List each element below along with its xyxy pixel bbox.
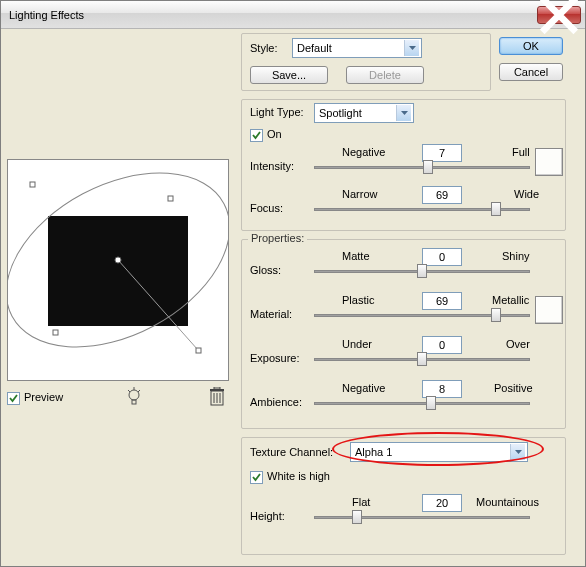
svg-rect-5 [168,196,173,201]
checkbox-icon [250,471,263,484]
material-value[interactable]: 69 [422,292,462,310]
close-button[interactable] [537,6,581,24]
light-type-label: Light Type: [250,106,304,118]
material-thumb[interactable] [491,308,501,322]
chevron-down-icon [396,105,411,121]
ambient-color-swatch[interactable] [535,296,563,324]
on-checkbox[interactable]: On [250,128,282,142]
light-gizmo[interactable] [8,160,229,381]
ambience-label: Ambience: [250,396,302,408]
svg-line-9 [128,390,130,392]
chevron-down-icon [510,444,525,460]
style-label: Style: [250,42,278,54]
properties-label: Properties: [248,232,307,244]
height-left: Flat [352,496,370,508]
intensity-label: Intensity: [250,160,294,172]
preview-label: Preview [24,391,63,403]
style-value: Default [297,42,332,54]
white-is-high-checkbox[interactable]: White is high [250,470,330,484]
chevron-down-icon [404,40,419,56]
lighting-effects-dialog: Lighting Effects Style: Default Save... … [0,0,586,567]
exposure-left: Under [342,338,372,350]
material-right: Metallic [492,294,529,306]
height-value[interactable]: 20 [422,494,462,512]
focus-right: Wide [514,188,539,200]
exposure-right: Over [506,338,530,350]
window-title: Lighting Effects [9,9,537,21]
height-thumb[interactable] [352,510,362,524]
exposure-value[interactable]: 0 [422,336,462,354]
cancel-button[interactable]: Cancel [499,63,563,81]
ambience-thumb[interactable] [426,396,436,410]
svg-point-7 [129,390,139,400]
ambience-right: Positive [494,382,533,394]
material-label: Material: [250,308,292,320]
properties-group: Properties: Gloss: Matte 0 Shiny Materia… [241,239,566,429]
svg-rect-11 [132,400,136,404]
preview-checkbox[interactable]: Preview [7,391,63,405]
svg-rect-4 [53,330,58,335]
style-dropdown[interactable]: Default [292,38,422,58]
ok-button[interactable]: OK [499,37,563,55]
svg-rect-17 [214,387,220,389]
white-is-high-label: White is high [267,470,330,482]
exposure-thumb[interactable] [417,352,427,366]
save-button[interactable]: Save... [250,66,328,84]
ambience-slider[interactable] [314,402,530,405]
gloss-value[interactable]: 0 [422,248,462,266]
focus-label: Focus: [250,202,283,214]
exposure-label: Exposure: [250,352,300,364]
on-label: On [267,128,282,140]
texture-group: Texture Channel: Alpha 1 White is high H… [241,437,566,555]
gloss-thumb[interactable] [417,264,427,278]
texture-label: Texture Channel: [250,446,333,458]
lightbulb-icon[interactable] [125,387,143,409]
light-color-swatch[interactable] [535,148,563,176]
light-type-value: Spotlight [319,107,362,119]
focus-value[interactable]: 69 [422,186,462,204]
style-group: Style: Default Save... Delete [241,33,491,91]
height-right: Mountainous [476,496,539,508]
gloss-right: Shiny [502,250,530,262]
height-label: Height: [250,510,285,522]
svg-line-10 [138,390,140,392]
preview-area: Preview [7,159,232,439]
svg-rect-3 [30,182,35,187]
texture-value: Alpha 1 [355,446,392,458]
light-type-group: Light Type: Spotlight On Intensity: Nega… [241,99,566,231]
intensity-right: Full [512,146,530,158]
material-left: Plastic [342,294,374,306]
gloss-left: Matte [342,250,370,262]
titlebar[interactable]: Lighting Effects [1,1,585,29]
texture-dropdown[interactable]: Alpha 1 [350,442,528,462]
height-slider[interactable] [314,516,530,519]
svg-rect-6 [196,348,201,353]
checkbox-icon [250,129,263,142]
intensity-thumb[interactable] [423,160,433,174]
focus-left: Narrow [342,188,377,200]
trash-icon[interactable] [209,387,225,409]
light-type-dropdown[interactable]: Spotlight [314,103,414,123]
svg-point-2 [115,257,121,263]
delete-button: Delete [346,66,424,84]
preview-canvas[interactable] [7,159,229,381]
intensity-left: Negative [342,146,385,158]
focus-thumb[interactable] [491,202,501,216]
checkbox-icon [7,392,20,405]
gloss-label: Gloss: [250,264,281,276]
intensity-slider[interactable] [314,166,530,169]
ambience-left: Negative [342,382,385,394]
